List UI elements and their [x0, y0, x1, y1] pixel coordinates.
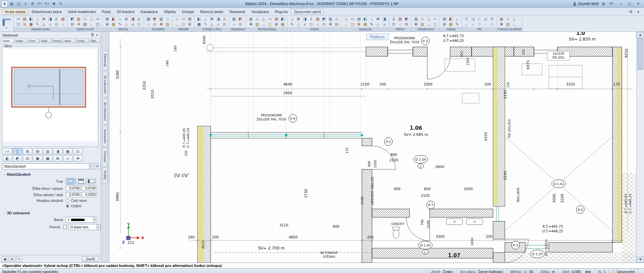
vertical-tab-rolety[interactable]: Rolety: [103, 167, 108, 183]
frame-type-select[interactable]: Rám/Zárubeň▾: [2, 163, 93, 169]
ribbon-icon[interactable]: ⊥: [511, 16, 517, 22]
minimize-button[interactable]: –: [616, 1, 625, 7]
wall-tool-button[interactable]: [0, 16, 14, 32]
menu-tab-objekty[interactable]: Objekty: [161, 9, 179, 15]
resize-grip[interactable]: [638, 269, 644, 273]
frame-shape-icon[interactable]: [76, 178, 86, 184]
ribbon-pin-icon[interactable]: ▾: [635, 9, 641, 14]
ribbon-icon[interactable]: ▭: [349, 16, 356, 22]
pane-layout-icon[interactable]: ⊡: [73, 148, 83, 155]
undo-icon[interactable]: ↶▾: [37, 1, 43, 7]
panel-tab-vlastn[interactable]: Vlastn...: [1, 39, 14, 43]
ribbon-icon[interactable]: ◫: [267, 22, 273, 27]
panel-tab-asiste[interactable]: Asiste...: [14, 39, 27, 43]
ribbon-icon[interactable]: ▥: [75, 16, 82, 22]
refresh-icon[interactable]: [94, 163, 101, 169]
ribbon-icon[interactable]: ○: [231, 22, 237, 27]
ribbon-icon[interactable]: ◇: [164, 16, 171, 22]
ribbon-icon[interactable]: ⌂: [202, 16, 209, 22]
ribbon-icon[interactable]: ⊥: [343, 16, 349, 22]
radio-cely-otvor[interactable]: Celý otvor: [66, 199, 87, 203]
panel-footer-icon-2[interactable]: ⊞: [9, 256, 15, 262]
ribbon-icon[interactable]: ✚: [158, 22, 164, 27]
ribbon-icon[interactable]: ▦: [447, 22, 454, 27]
ribbon-icon[interactable]: ✎: [202, 22, 209, 27]
ribbon-icon[interactable]: ▦: [279, 22, 286, 27]
ribbon-icon[interactable]: ◩: [152, 16, 158, 22]
menu-tab-plug-ins[interactable]: Plug-ins: [272, 9, 290, 15]
scroll-up-icon[interactable]: [637, 32, 644, 38]
menu-tab-hrub-stavba[interactable]: Hrubá stavba: [2, 9, 28, 15]
panel-tab-obje[interactable]: Obje...: [89, 39, 100, 43]
pane-layout-icon[interactable]: ▭: [3, 148, 12, 155]
ribbon-icon[interactable]: ◨: [47, 16, 53, 22]
ribbon-icon[interactable]: △: [123, 22, 129, 27]
menu-tab-voln-modelov-n[interactable]: Volné modelování: [65, 9, 98, 15]
ribbon-icon[interactable]: ∠: [53, 16, 60, 22]
ribbon-icon[interactable]: ▧: [482, 16, 489, 22]
new-element-icon[interactable]: ✚: [51, 1, 57, 7]
drawing-canvas[interactable]: Y X Z P-3P-9P-2P-7P-4P-3D 1.02D 1.04LD 1…: [109, 32, 636, 263]
ribbon-icon[interactable]: △: [209, 22, 215, 27]
ribbon-icon[interactable]: ✎: [117, 22, 123, 27]
pane-layout-icon[interactable]: ◧: [3, 155, 12, 162]
menu-tab-vizualizace[interactable]: Vizualizace: [249, 9, 272, 15]
ribbon-icon[interactable]: ◩: [489, 16, 495, 22]
ribbon-icon[interactable]: ⊠: [41, 16, 47, 22]
panel-tab-kniho[interactable]: Kniho...: [76, 39, 89, 43]
pane-layout-icon[interactable]: ▩: [43, 155, 52, 162]
menu-tab-popis[interactable]: Popis: [99, 9, 113, 15]
ribbon-icon[interactable]: ⊞: [273, 22, 279, 27]
width-bottom-input[interactable]: [82, 192, 97, 197]
open-icon[interactable]: ▤: [8, 1, 15, 7]
ribbon-icon[interactable]: ✚: [413, 22, 419, 27]
ribbon-icon[interactable]: ⊥: [425, 16, 432, 22]
ribbon-icon[interactable]: ▥: [248, 16, 254, 22]
ribbon-icon[interactable]: ▨: [504, 22, 511, 27]
ribbon-icon[interactable]: ◧: [447, 16, 454, 22]
ribbon-icon[interactable]: ⊟: [489, 22, 495, 27]
ribbon-icon[interactable]: ◩: [403, 16, 410, 22]
ribbon-icon[interactable]: ⊞: [441, 22, 447, 27]
close-panel-button[interactable]: Zavřít: [82, 256, 99, 262]
ribbon-icon[interactable]: ⊠: [123, 16, 129, 22]
ribbon-icon[interactable]: ⊠: [463, 16, 470, 22]
ribbon-icon[interactable]: ⊡: [476, 22, 482, 27]
ribbon-icon[interactable]: ≡: [470, 22, 476, 27]
ribbon-icon[interactable]: ○: [60, 22, 66, 27]
ribbon-icon[interactable]: ▤: [356, 16, 362, 22]
ribbon-icon[interactable]: ⊡: [221, 22, 228, 27]
ribbon-icon[interactable]: ◫: [349, 22, 356, 27]
vertical-tab-nastaven[interactable]: Nastavení: [103, 126, 108, 147]
ribbon-icon[interactable]: ≡: [302, 22, 308, 27]
frame-shape-icon[interactable]: [66, 178, 75, 184]
ribbon-icon[interactable]: ⊞: [104, 22, 110, 27]
ribbon-icon[interactable]: ◇: [504, 16, 511, 22]
ribbon-icon[interactable]: ⊡: [136, 22, 142, 27]
scroll-down-icon[interactable]: [637, 257, 644, 263]
ribbon-icon[interactable]: ✚: [248, 22, 254, 27]
ribbon-icon[interactable]: ≡: [129, 22, 136, 27]
ribbon-icon[interactable]: ▧: [145, 16, 152, 22]
warnings-button[interactable]: Upozornění: [609, 269, 638, 273]
ribbon-icon[interactable]: ◫: [95, 22, 101, 27]
ribbon-icon[interactable]: ◧: [279, 16, 286, 22]
ribbon-icon[interactable]: ⊟: [321, 22, 327, 27]
ribbon-icon[interactable]: ⌂: [368, 16, 375, 22]
ribbon-icon[interactable]: ▦: [28, 22, 34, 27]
menu-tab-zpracov-n-pl-n[interactable]: Zpracování plánů: [291, 9, 324, 15]
ribbon-icon[interactable]: ▭: [267, 16, 273, 22]
ribbon-icon[interactable]: ▤: [104, 16, 110, 22]
ribbon-icon[interactable]: ◨: [302, 16, 308, 22]
radio-osteni[interactable]: Ostění: [66, 204, 87, 208]
ribbon-icon[interactable]: ▦: [362, 22, 368, 27]
ribbon-icon[interactable]: ⊡: [308, 22, 314, 27]
ribbon-icon[interactable]: ✎: [368, 22, 375, 27]
menu-tab-r-mov-skelet[interactable]: Rámový skelet: [197, 9, 226, 15]
pane-layout-icon[interactable]: ⊞: [23, 148, 32, 155]
ribbon-icon[interactable]: ▭: [15, 16, 21, 22]
ribbon-icon[interactable]: ▭: [180, 16, 186, 22]
panel-tab-roviny[interactable]: Roviny: [51, 39, 63, 43]
ribbon-icon[interactable]: ▭: [432, 16, 438, 22]
ribbon-icon[interactable]: ⊡: [53, 22, 60, 27]
